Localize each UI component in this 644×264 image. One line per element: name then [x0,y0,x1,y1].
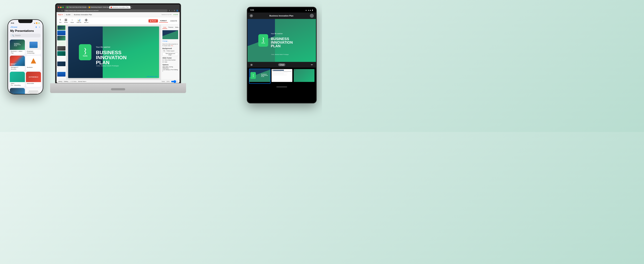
slide-thumb-10[interactable]: 10 [57,72,66,76]
tablet-slide-subtitle: Coris, Medical Watch Prototype [271,54,289,55]
slides-icon[interactable]: ⊞ [250,63,252,66]
list-item[interactable]: MANAGED ITSERVICES Managed IT Services [10,56,25,71]
follow-layout-label: Follow Layout [166,50,174,52]
slide-thumb-6[interactable]: 6 [57,51,66,56]
media-icon: 🖼 [64,18,67,22]
laptop-device: The Lost City of the Clouds -... ✕ Marke… [50,4,186,93]
lock-slide-option[interactable]: Lock Slide(s) ( From Editing ) [162,69,178,72]
ribbon-media[interactable]: 🖼 Media [63,18,69,24]
maximize-button[interactable] [62,6,64,8]
wifi-icon: ▲▲ [308,9,311,11]
list-item[interactable]: Employee Onboarding [26,40,41,54]
tablet-pres-title: Business Innovation Plan [254,15,308,17]
tablet-time: 9:41 [250,9,254,11]
chat-button[interactable]: Chat [278,63,285,66]
tab-format[interactable]: FORMAT [159,19,168,22]
notes-button[interactable]: Notes [162,81,165,82]
pencil-icon[interactable]: ✏ [311,63,313,66]
back-button[interactable]: ‹ [58,10,58,12]
slide-thumb-2[interactable]: 2 [57,30,66,35]
tab-themes[interactable]: Themes [168,26,174,29]
tablet-logo-name: Coris [261,42,265,44]
tablet-controls-bar: ⊞ Chat ✏ [248,62,316,68]
zoom-slider[interactable] [171,80,178,83]
ribbon-data-art[interactable]: 📊 Data Art [76,18,82,24]
menu-file[interactable]: FILE ▾ [58,14,63,16]
card-label: Illustrator [26,66,41,69]
profile-icon[interactable]: 👤 [176,10,178,12]
change-button[interactable]: Change... [162,40,178,42]
tablet-slide-title: BUSINESSINNOVATIONPLAN [271,37,293,48]
library-button[interactable]: Library [58,81,62,82]
tab-bip[interactable]: Business Innovation Plan - Zo... ✕ [109,6,130,8]
extensions-icon[interactable]: ⚙ [174,10,175,12]
tablet-close-button[interactable]: ✕ [250,14,253,17]
logo-chevrons-icon: ❯❯ [84,48,86,54]
tab-animate[interactable]: ANIMATE [169,20,178,22]
slide-thumb-7[interactable]: 7 [57,56,66,61]
tablet-app-bar: ✕ Business Innovation Plan [248,12,316,19]
bookmark-icon[interactable]: ☆ [171,10,173,12]
download-icon[interactable]: ⬇ [35,26,37,28]
edit-master-button[interactable]: Edit Master Slide [147,76,158,77]
tab-slide-layout[interactable]: Slide... [174,26,180,29]
gallery-button[interactable]: Gallery [64,81,68,82]
slide-thumb-8[interactable]: 8 [57,62,66,66]
data-art-icon: 📊 [78,18,80,22]
slide-thumb-3[interactable]: 3 [57,36,66,40]
slide-thumb-1[interactable]: 1 [57,26,66,30]
browser-window: The Lost City of the Clouds -... ✕ Marke… [56,5,180,83]
search-input[interactable]: 🔍 Search [10,34,40,38]
refresh-button[interactable]: ↻ [61,10,63,12]
slide-thumb-5[interactable]: 5 [57,46,66,51]
view-mode[interactable]: Normal View ▾ [78,81,86,82]
minimize-button[interactable] [60,6,62,8]
signal-icon: ▲ [34,22,35,24]
reset-link[interactable]: Re... [171,45,174,46]
hide-background-button[interactable]: Hide Background Grap... [162,52,178,56]
fill-button[interactable]: Fill [162,50,166,52]
browse-link[interactable]: Browse [10,26,17,28]
laptop-notch [111,88,125,90]
tablet-thumb-3[interactable]: 3 [294,69,315,84]
list-item[interactable]: AUTOMOBILE Automobile [26,72,41,87]
forward-button[interactable]: › [60,10,60,12]
new-tab-button[interactable]: + [131,6,132,8]
tab-label: Business Innovation Plan - Zo... [113,6,130,8]
ribbon-share[interactable]: ↑ Share [70,18,75,24]
slide-thumb-9[interactable]: 9 [57,67,66,71]
ribbon-text[interactable]: T Text [58,18,62,24]
tablet-thumb-1[interactable]: ❯❯ BUSINESSINNOVATIONPLAN 1 [249,69,270,84]
close-button[interactable] [58,6,60,8]
play-button[interactable]: ▶ PLAY [148,19,158,22]
hide-slide-option[interactable]: Hide Slide ( During Slideshow ) [162,66,178,69]
tab-marketing[interactable]: Marketing Report - Zoho She... ✕ [87,6,109,8]
url-text: https://show.zoho.com/show/open/sf2ah10c… [65,10,98,12]
tablet-thumb-4[interactable]: 4 [316,69,316,84]
list-item[interactable]: Illustrator [26,56,41,71]
show-slide-number-checkbox[interactable] [162,60,164,61]
add-icon[interactable]: ＋ [38,26,40,28]
show-slide-number-label: Show Slide Number [164,60,176,61]
list-item[interactable]: UX Research Report [26,88,41,94]
slide-count: 1 / 22 Slides [70,81,77,82]
slide-preview [162,30,178,39]
tab-lost-city[interactable]: The Lost City of the Clouds -... ✕ [66,6,87,8]
logo-name: Coris [83,55,88,57]
tablet-thumb-2[interactable]: 2 [271,69,293,84]
list-item[interactable]: BUSINESSINNOVATIONPLAN Business I...vati… [10,40,25,54]
menu-slide[interactable]: SLIDE [66,14,70,16]
list-item[interactable]: Portfolio [10,88,25,94]
tab-label: The Lost City of the Clouds -... [69,6,87,8]
tab-slide[interactable]: Slide [162,26,167,29]
download-icon[interactable]: ⬇ [169,10,170,12]
ribbon-addon[interactable]: ➕ Add-On [83,18,90,24]
card-label: Automobile [26,82,41,85]
browser-chrome: The Lost City of the Clouds -... ✕ Marke… [56,5,180,12]
tablet-device: 9:41 ▲ ▲▲ ▮ ✕ Business Innovation Plan ❯… [247,7,317,104]
slide-thumb-4[interactable]: 4 [57,41,66,46]
address-bar[interactable]: https://show.zoho.com/show/open/sf2ah10c… [64,10,168,12]
date-checkbox[interactable] [162,61,164,63]
list-item[interactable]: Sales Pro...nboarding [10,72,25,87]
share-button[interactable]: SHARE [173,14,178,16]
